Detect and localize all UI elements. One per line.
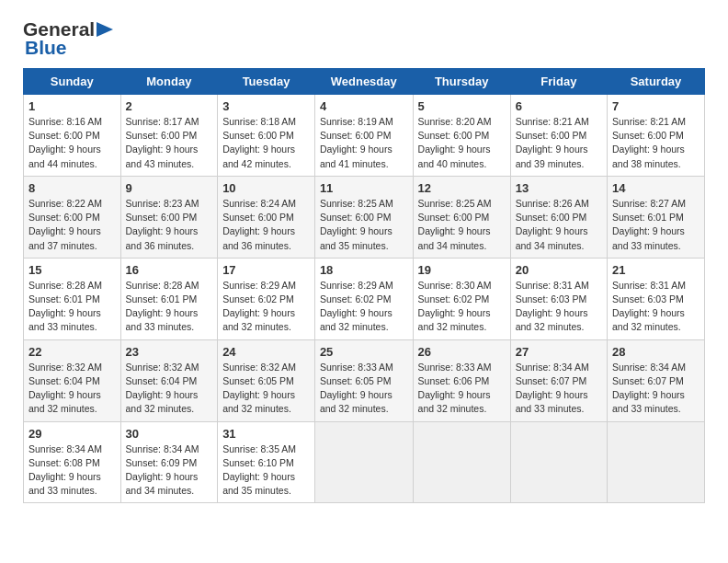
day-info: Sunrise: 8:28 AMSunset: 6:01 PMDaylight:… <box>28 279 116 335</box>
day-info: Sunrise: 8:29 AMSunset: 6:02 PMDaylight:… <box>320 279 408 335</box>
day-info: Sunrise: 8:30 AMSunset: 6:02 PMDaylight:… <box>418 279 506 335</box>
calendar-cell: 18Sunrise: 8:29 AMSunset: 6:02 PMDayligh… <box>314 258 413 339</box>
header-wednesday: Wednesday <box>314 69 413 95</box>
day-number: 10 <box>222 181 310 195</box>
calendar-cell: 6Sunrise: 8:21 AMSunset: 6:00 PMDaylight… <box>510 95 607 177</box>
calendar-cell: 14Sunrise: 8:27 AMSunset: 6:01 PMDayligh… <box>608 176 705 258</box>
calendar-cell: 16Sunrise: 8:28 AMSunset: 6:01 PMDayligh… <box>120 258 218 339</box>
day-info: Sunrise: 8:20 AMSunset: 6:00 PMDaylight:… <box>418 115 506 171</box>
calendar-cell <box>314 421 413 503</box>
calendar-cell: 19Sunrise: 8:30 AMSunset: 6:02 PMDayligh… <box>413 258 510 339</box>
calendar-cell: 27Sunrise: 8:34 AMSunset: 6:07 PMDayligh… <box>510 339 607 421</box>
day-number: 27 <box>516 345 602 359</box>
day-info: Sunrise: 8:34 AMSunset: 6:08 PMDaylight:… <box>28 442 116 499</box>
day-info: Sunrise: 8:32 AMSunset: 6:04 PMDaylight:… <box>28 361 116 417</box>
day-number: 14 <box>612 181 700 195</box>
day-number: 30 <box>126 427 213 441</box>
calendar-cell: 11Sunrise: 8:25 AMSunset: 6:00 PMDayligh… <box>314 176 413 258</box>
day-number: 26 <box>418 345 506 359</box>
day-number: 2 <box>126 99 213 113</box>
calendar-cell: 1Sunrise: 8:16 AMSunset: 6:00 PMDaylight… <box>24 95 121 177</box>
day-info: Sunrise: 8:33 AMSunset: 6:06 PMDaylight:… <box>418 361 506 417</box>
day-info: Sunrise: 8:34 AMSunset: 6:07 PMDaylight:… <box>612 361 700 417</box>
day-number: 21 <box>612 263 700 277</box>
day-number: 3 <box>222 99 310 113</box>
day-info: Sunrise: 8:23 AMSunset: 6:00 PMDaylight:… <box>126 197 213 253</box>
day-number: 24 <box>222 345 310 359</box>
calendar-cell: 25Sunrise: 8:33 AMSunset: 6:05 PMDayligh… <box>314 339 413 421</box>
day-info: Sunrise: 8:24 AMSunset: 6:00 PMDaylight:… <box>222 197 310 253</box>
day-number: 17 <box>222 263 310 277</box>
page-header: General Blue <box>23 18 705 59</box>
day-info: Sunrise: 8:21 AMSunset: 6:00 PMDaylight:… <box>516 115 602 171</box>
day-number: 22 <box>28 345 116 359</box>
header-monday: Monday <box>120 69 218 95</box>
day-number: 13 <box>516 181 602 195</box>
day-info: Sunrise: 8:31 AMSunset: 6:03 PMDaylight:… <box>516 279 602 335</box>
day-info: Sunrise: 8:25 AMSunset: 6:00 PMDaylight:… <box>320 197 408 253</box>
day-info: Sunrise: 8:27 AMSunset: 6:01 PMDaylight:… <box>612 197 700 253</box>
calendar-cell: 8Sunrise: 8:22 AMSunset: 6:00 PMDaylight… <box>24 176 121 258</box>
day-info: Sunrise: 8:34 AMSunset: 6:09 PMDaylight:… <box>126 442 213 499</box>
calendar-cell: 23Sunrise: 8:32 AMSunset: 6:04 PMDayligh… <box>120 339 218 421</box>
calendar-cell: 7Sunrise: 8:21 AMSunset: 6:00 PMDaylight… <box>608 95 705 177</box>
day-info: Sunrise: 8:19 AMSunset: 6:00 PMDaylight:… <box>320 115 408 171</box>
day-info: Sunrise: 8:32 AMSunset: 6:05 PMDaylight:… <box>222 361 310 417</box>
day-info: Sunrise: 8:17 AMSunset: 6:00 PMDaylight:… <box>126 115 213 171</box>
day-info: Sunrise: 8:35 AMSunset: 6:10 PMDaylight:… <box>222 442 310 499</box>
calendar-cell: 26Sunrise: 8:33 AMSunset: 6:06 PMDayligh… <box>413 339 510 421</box>
logo-arrow-icon <box>97 22 113 37</box>
day-info: Sunrise: 8:34 AMSunset: 6:07 PMDaylight:… <box>516 361 602 417</box>
calendar-week-2: 8Sunrise: 8:22 AMSunset: 6:00 PMDaylight… <box>24 176 705 258</box>
day-info: Sunrise: 8:29 AMSunset: 6:02 PMDaylight:… <box>222 279 310 335</box>
day-number: 12 <box>418 181 506 195</box>
calendar-cell: 30Sunrise: 8:34 AMSunset: 6:09 PMDayligh… <box>120 421 218 503</box>
calendar-cell: 28Sunrise: 8:34 AMSunset: 6:07 PMDayligh… <box>608 339 705 421</box>
calendar-week-4: 22Sunrise: 8:32 AMSunset: 6:04 PMDayligh… <box>24 339 705 421</box>
day-number: 20 <box>516 263 602 277</box>
day-number: 28 <box>612 345 700 359</box>
day-info: Sunrise: 8:31 AMSunset: 6:03 PMDaylight:… <box>612 279 700 335</box>
day-info: Sunrise: 8:22 AMSunset: 6:00 PMDaylight:… <box>28 197 116 253</box>
day-number: 31 <box>222 427 310 441</box>
day-info: Sunrise: 8:32 AMSunset: 6:04 PMDaylight:… <box>126 361 213 417</box>
day-number: 23 <box>126 345 213 359</box>
calendar-cell: 12Sunrise: 8:25 AMSunset: 6:00 PMDayligh… <box>413 176 510 258</box>
calendar-cell: 17Sunrise: 8:29 AMSunset: 6:02 PMDayligh… <box>218 258 315 339</box>
calendar-cell <box>510 421 607 503</box>
day-number: 7 <box>612 99 700 113</box>
header-sunday: Sunday <box>24 69 121 95</box>
calendar-cell: 10Sunrise: 8:24 AMSunset: 6:00 PMDayligh… <box>218 176 315 258</box>
calendar-cell: 22Sunrise: 8:32 AMSunset: 6:04 PMDayligh… <box>24 339 121 421</box>
day-info: Sunrise: 8:18 AMSunset: 6:00 PMDaylight:… <box>222 115 310 171</box>
day-info: Sunrise: 8:28 AMSunset: 6:01 PMDaylight:… <box>126 279 213 335</box>
day-number: 5 <box>418 99 506 113</box>
calendar-cell: 5Sunrise: 8:20 AMSunset: 6:00 PMDaylight… <box>413 95 510 177</box>
calendar-cell: 2Sunrise: 8:17 AMSunset: 6:00 PMDaylight… <box>120 95 218 177</box>
calendar-cell: 29Sunrise: 8:34 AMSunset: 6:08 PMDayligh… <box>24 421 121 503</box>
day-info: Sunrise: 8:16 AMSunset: 6:00 PMDaylight:… <box>28 115 116 171</box>
header-saturday: Saturday <box>608 69 705 95</box>
day-number: 25 <box>320 345 408 359</box>
calendar-cell: 20Sunrise: 8:31 AMSunset: 6:03 PMDayligh… <box>510 258 607 339</box>
calendar-cell: 13Sunrise: 8:26 AMSunset: 6:00 PMDayligh… <box>510 176 607 258</box>
header-tuesday: Tuesday <box>218 69 315 95</box>
calendar-cell: 9Sunrise: 8:23 AMSunset: 6:00 PMDaylight… <box>120 176 218 258</box>
calendar-week-3: 15Sunrise: 8:28 AMSunset: 6:01 PMDayligh… <box>24 258 705 339</box>
day-info: Sunrise: 8:21 AMSunset: 6:00 PMDaylight:… <box>612 115 700 171</box>
day-number: 29 <box>28 427 116 441</box>
calendar-header-row: SundayMondayTuesdayWednesdayThursdayFrid… <box>24 69 705 95</box>
calendar-cell: 15Sunrise: 8:28 AMSunset: 6:01 PMDayligh… <box>24 258 121 339</box>
day-number: 11 <box>320 181 408 195</box>
calendar-cell: 3Sunrise: 8:18 AMSunset: 6:00 PMDaylight… <box>218 95 315 177</box>
svg-marker-0 <box>97 22 113 37</box>
day-info: Sunrise: 8:33 AMSunset: 6:05 PMDaylight:… <box>320 361 408 417</box>
calendar-week-5: 29Sunrise: 8:34 AMSunset: 6:08 PMDayligh… <box>24 421 705 503</box>
calendar-cell: 4Sunrise: 8:19 AMSunset: 6:00 PMDaylight… <box>314 95 413 177</box>
day-number: 16 <box>126 263 213 277</box>
day-number: 4 <box>320 99 408 113</box>
calendar-cell: 21Sunrise: 8:31 AMSunset: 6:03 PMDayligh… <box>608 258 705 339</box>
header-friday: Friday <box>510 69 607 95</box>
logo: General Blue <box>23 18 113 59</box>
day-number: 1 <box>28 99 116 113</box>
